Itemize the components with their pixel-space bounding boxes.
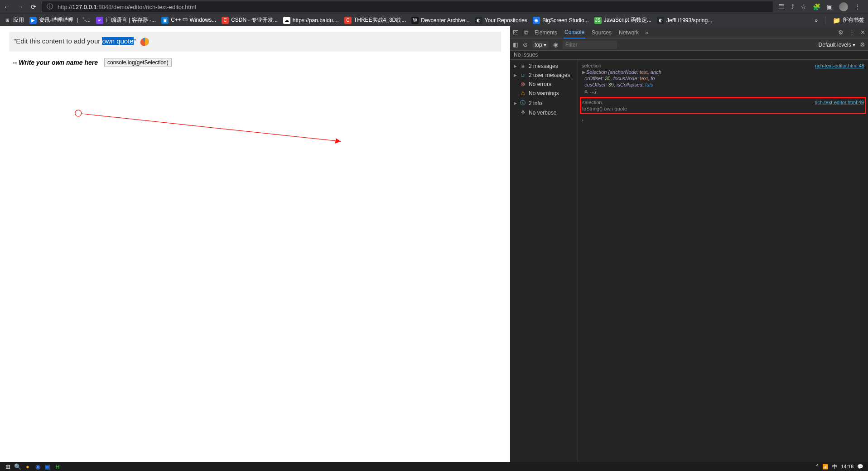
editable-quote[interactable]: "Edit this content to add your own quote…	[9, 32, 501, 52]
console-prompt[interactable]: ›	[580, 116, 866, 124]
annotation-arrow	[0, 26, 510, 462]
tray-chevron-icon[interactable]: ˄	[816, 464, 819, 470]
profile-avatar[interactable]	[839, 2, 848, 11]
inspect-icon[interactable]: ⮹	[513, 29, 519, 36]
search-icon[interactable]: 🔍	[13, 463, 23, 470]
tab-network[interactable]: Network	[618, 26, 640, 38]
ime-indicator[interactable]: 中	[832, 463, 837, 470]
address-bar[interactable]: ⓘ http://127.0.0.1:8848/demo/editor/rich…	[42, 1, 773, 12]
issues-bar[interactable]: No Issues	[510, 51, 868, 60]
source-link[interactable]: rich-text-editor.html:48	[815, 62, 864, 69]
bookmark-item[interactable]: CCSDN - 专业开发...	[222, 16, 278, 24]
tab-console[interactable]: Console	[564, 26, 585, 38]
svg-point-1	[75, 110, 82, 116]
log-selection-button[interactable]: console.log(getSelection)	[104, 58, 172, 67]
clock[interactable]: 14:18	[841, 464, 854, 469]
tab-elements[interactable]: Elements	[534, 26, 558, 38]
back-icon[interactable]: ←	[4, 3, 10, 10]
taskbar-app[interactable]: ▣	[43, 463, 53, 470]
share-icon[interactable]: ⤴	[791, 3, 794, 10]
bookmark-item[interactable]: ▶资讯-哔哩哔哩（゜-...	[29, 16, 91, 24]
log-levels-select[interactable]: Default levels ▾	[819, 42, 855, 48]
console-settings-icon[interactable]: ⚙	[860, 41, 865, 48]
console-toolbar: ◧ ⊘ top ▾ ◉ Default levels ▾ ⚙	[510, 39, 868, 51]
toolbar-right: 🗔 ⤴ ☆ 🧩 ▣ ⋮	[778, 2, 864, 11]
all-bookmarks[interactable]: 📁所有书签	[833, 16, 864, 24]
translate-icon[interactable]: 🗔	[778, 3, 785, 10]
main-area: "Edit this content to add your own quote…	[0, 26, 868, 462]
bookmark-item[interactable]: ◉BigScreen Studio...	[533, 17, 589, 24]
filter-user-messages[interactable]: ▶☺2 user messages	[510, 71, 578, 80]
url-text: http://127.0.0.1:8848/demo/editor/rich-t…	[58, 4, 196, 10]
apps-shortcut[interactable]: ⊞ 应用	[4, 16, 24, 24]
page-content-pane: "Edit this content to add your own quote…	[0, 26, 510, 462]
reload-icon[interactable]: ⟳	[31, 3, 36, 10]
execution-context[interactable]: top ▾	[532, 41, 549, 48]
clear-console-icon[interactable]: ⊘	[523, 41, 528, 48]
device-toggle-icon[interactable]: ⧉	[524, 29, 528, 36]
console-sidebar: ▶≡2 messages ▶☺2 user messages ▶⊗No erro…	[510, 60, 578, 462]
devtools-panel: ⮹ ⧉ Elements Console Sources Network » ⚙…	[510, 26, 868, 462]
notifications-icon[interactable]: 💬	[857, 464, 863, 470]
star-icon[interactable]: ☆	[800, 3, 806, 10]
menu-icon[interactable]: ⋮	[854, 3, 861, 10]
reading-list-icon[interactable]: ▣	[827, 3, 833, 10]
close-devtools-icon[interactable]: ✕	[860, 29, 865, 36]
info-icon[interactable]: ⓘ	[47, 3, 53, 11]
filter-errors[interactable]: ▶⊗No errors	[510, 80, 578, 89]
tray-network-icon[interactable]: 📶	[822, 464, 829, 470]
bookmarks-bar: ⊞ 应用 ▶资讯-哔哩哔哩（゜-... ∞汇编语言 | 客存器 -... ▣C+…	[0, 14, 868, 26]
filter-messages[interactable]: ▶≡2 messages	[510, 62, 578, 71]
quote-text-before: "Edit this content to add your	[14, 37, 102, 45]
console-filter-input[interactable]	[563, 41, 617, 49]
firefox-icon	[140, 37, 149, 46]
filter-verbose[interactable]: ▶⚘No verbose	[510, 108, 578, 117]
start-button[interactable]: ⊞	[3, 463, 13, 470]
bookmark-item[interactable]: WDevcenter Archive...	[411, 17, 469, 24]
console-log-area[interactable]: selection rich-text-editor.html:48 ▶Sele…	[578, 60, 868, 462]
devtools-tabs: ⮹ ⧉ Elements Console Sources Network » ⚙…	[510, 26, 868, 39]
bookmark-item[interactable]: JSJavaScript 函数定...	[594, 16, 651, 24]
source-link[interactable]: rich-text-editor.html:49	[815, 99, 864, 106]
bookmark-item[interactable]: CTHREE实战4_3D纹...	[344, 16, 406, 24]
console-log-entry-highlighted[interactable]: selection.rich-text-editor.html:49 toStr…	[580, 97, 866, 114]
console-log-entry[interactable]: selection rich-text-editor.html:48 ▶Sele…	[580, 62, 866, 95]
taskbar-app[interactable]: ●	[23, 463, 33, 470]
quote-text-after: "	[134, 37, 136, 45]
extensions-icon[interactable]: 🧩	[813, 3, 820, 10]
nav-buttons: ← → ⟳	[4, 3, 36, 10]
forward-icon[interactable]: →	[17, 3, 24, 10]
bookmark-item[interactable]: ◐JeffLi1993/spring...	[657, 17, 712, 24]
bookmark-item[interactable]: ∞汇编语言 | 客存器 -...	[96, 16, 156, 24]
bookmark-item[interactable]: ▣C++ 中 Windows...	[161, 16, 216, 24]
settings-icon[interactable]: ⚙	[838, 29, 844, 36]
taskbar-app[interactable]: ◉	[33, 463, 43, 470]
devtools-menu-icon[interactable]: ⋮	[849, 29, 855, 36]
filter-warnings[interactable]: ▶⚠No warnings	[510, 89, 578, 98]
browser-toolbar: ← → ⟳ ⓘ http://127.0.0.1:8848/demo/edito…	[0, 0, 868, 14]
name-placeholder-text[interactable]: -- Write your own name here	[13, 59, 98, 66]
live-expression-icon[interactable]: ◉	[553, 41, 558, 48]
overflow-icon[interactable]: »	[815, 17, 818, 24]
svg-line-2	[82, 114, 341, 141]
tab-sources[interactable]: Sources	[591, 26, 612, 38]
windows-taskbar: ⊞ 🔍 ● ◉ ▣ H ˄ 📶 中 14:18 💬	[0, 462, 868, 471]
more-tabs-icon[interactable]: »	[645, 29, 648, 36]
bookmark-item[interactable]: ☁https://pan.baidu....	[283, 17, 339, 24]
quote-selected-text: own quote	[102, 37, 133, 45]
sidebar-toggle-icon[interactable]: ◧	[513, 41, 518, 48]
taskbar-app[interactable]: H	[53, 463, 63, 470]
filter-info[interactable]: ▶ⓘ2 info	[510, 98, 578, 108]
bookmark-item[interactable]: ◐Your Repositories	[475, 17, 527, 24]
